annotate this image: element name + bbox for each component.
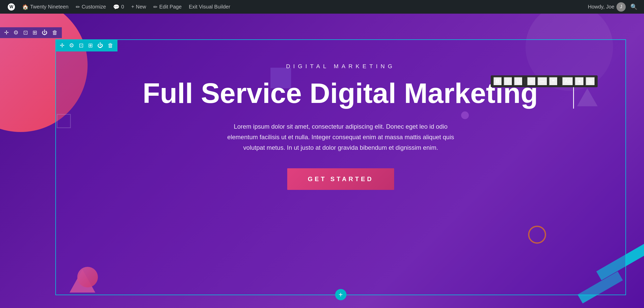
page-subtitle: DIGITAL MARKETING <box>286 63 395 70</box>
page-toolbar-power[interactable]: ⏻ <box>42 29 47 36</box>
page-toolbar-delete[interactable]: 🗑 <box>52 29 58 36</box>
add-row-button[interactable]: + <box>335 289 346 300</box>
edit-page-button[interactable]: ✏ Edit Page <box>150 0 185 14</box>
format-list[interactable]: ☰ <box>586 77 595 86</box>
site-name-label: Twenty Nineteen <box>30 4 69 10</box>
section-add[interactable]: ✛ <box>60 42 64 49</box>
exit-builder-label: Exit Visual Builder <box>189 4 230 10</box>
section-content: DIGITAL MARKETING Full Service Digital M… <box>56 53 625 200</box>
format-underline[interactable]: U <box>514 77 523 86</box>
wp-logo-button[interactable]: W <box>4 0 19 14</box>
format-link[interactable]: ⁓ <box>537 77 547 86</box>
site-icon: 🏠 <box>22 4 29 10</box>
customize-button[interactable]: ✏ Customize <box>72 0 109 14</box>
page-toolbar-grid[interactable]: ⊞ <box>32 29 37 36</box>
customize-icon: ✏ <box>76 4 80 10</box>
toolbar-separator-2 <box>560 78 560 84</box>
admin-bar: W 🏠 Twenty Nineteen ✏ Customize 💬 0 + Ne… <box>0 0 644 14</box>
format-italic[interactable]: I <box>504 77 512 86</box>
section-layout[interactable]: ⊡ <box>79 42 83 49</box>
customize-label: Customize <box>82 4 106 10</box>
page-toolbar-add[interactable]: ✛ <box>4 29 9 36</box>
toolbar-separator-1 <box>525 78 525 84</box>
cta-button[interactable]: GET STARTED <box>287 168 394 190</box>
text-formatting-toolbar: B I U ≡ ⁓ ❝ Aa ✦ ☰ <box>491 75 598 87</box>
main-content: ✛ ⚙ ⊡ ⊞ ⏻ 🗑 ✛ ⚙ ⊡ ⊞ ⏻ 🗑 DIGITAL MARKETIN… <box>0 14 644 308</box>
page-toolbar-layout[interactable]: ⊡ <box>23 29 28 36</box>
howdy-label: Howdy, Joe <box>588 4 614 10</box>
section-toolbar: ✛ ⚙ ⊡ ⊞ ⏻ 🗑 <box>56 40 117 51</box>
page-toolbar-settings[interactable]: ⚙ <box>13 29 19 36</box>
section-delete[interactable]: 🗑 <box>108 42 113 49</box>
page-builder-toolbar: ✛ ⚙ ⊡ ⊞ ⏻ 🗑 <box>0 27 62 38</box>
wordpress-logo: W <box>8 3 15 11</box>
section-grid[interactable]: ⊞ <box>88 42 93 49</box>
site-name-button[interactable]: 🏠 Twenty Nineteen <box>19 0 72 14</box>
new-icon: + <box>131 4 134 10</box>
user-avatar[interactable]: J <box>616 2 626 12</box>
edit-icon: ✏ <box>153 4 158 10</box>
format-bold[interactable]: B <box>493 77 502 86</box>
format-clear[interactable]: ✦ <box>575 77 584 86</box>
new-button[interactable]: + New <box>128 0 150 14</box>
admin-bar-right: Howdy, Joe J 🔍 <box>588 2 640 12</box>
edit-page-label: Edit Page <box>159 4 182 10</box>
section-power[interactable]: ⏻ <box>97 42 103 49</box>
exit-builder-button[interactable]: Exit Visual Builder <box>185 0 234 14</box>
comments-count: 0 <box>121 4 124 10</box>
format-font[interactable]: Aa <box>562 77 573 86</box>
format-quote[interactable]: ❝ <box>549 77 558 86</box>
format-align[interactable]: ≡ <box>527 77 536 86</box>
comments-icon: 💬 <box>113 4 120 10</box>
new-label: New <box>136 4 146 10</box>
comments-button[interactable]: 💬 0 <box>109 0 128 14</box>
search-button[interactable]: 🔍 <box>628 3 640 11</box>
section-settings[interactable]: ⚙ <box>69 42 74 49</box>
page-description: Lorem ipsum dolor sit amet, consectetur … <box>225 121 457 153</box>
